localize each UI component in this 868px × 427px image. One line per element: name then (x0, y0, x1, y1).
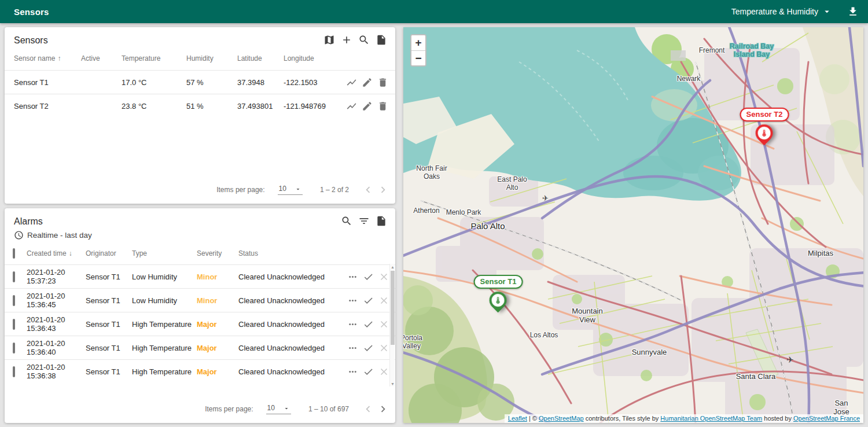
alarm-clear-button[interactable] (378, 271, 389, 282)
trash-icon (377, 101, 388, 112)
alarm-row[interactable]: 2021-01-20 15:37:23 Sensor T1 Low Humidi… (5, 264, 395, 288)
more-horiz-icon (347, 295, 358, 306)
page-range: 1 – 2 of 2 (320, 186, 349, 194)
delete-button[interactable] (377, 101, 388, 112)
alarm-clear-button[interactable] (378, 366, 389, 377)
alarm-clear-button[interactable] (378, 295, 389, 306)
leaflet-link[interactable]: Leaflet (508, 415, 527, 422)
sort-asc-icon: ↑ (57, 54, 61, 62)
alarm-row[interactable]: 2021-01-20 15:36:43 Sensor T1 High Tempe… (5, 312, 395, 336)
sensor-row-t2[interactable]: Sensor T2 23.8 °C 51 % 37.493801 -121.94… (5, 94, 395, 117)
row-checkbox[interactable] (13, 343, 15, 354)
map-view-button[interactable] (323, 34, 335, 46)
alarm-ack-button[interactable] (363, 343, 374, 354)
timeseries-button[interactable] (346, 77, 357, 88)
map-tiles (403, 27, 863, 423)
alarm-clear-button[interactable] (378, 343, 389, 354)
row-checkbox[interactable] (13, 319, 15, 330)
alarm-originator: Sensor T1 (86, 273, 132, 281)
chevron-left-icon (362, 183, 374, 196)
delete-button[interactable] (377, 77, 388, 88)
osm-link[interactable]: OpenStreetMap (539, 415, 584, 422)
alarm-clear-button[interactable] (378, 319, 389, 330)
scroll-up-icon[interactable]: ▲ (390, 264, 395, 270)
alarm-more-button[interactable] (347, 343, 358, 354)
alarm-ack-button[interactable] (363, 295, 374, 306)
next-page-button[interactable] (377, 183, 389, 196)
alarm-more-button[interactable] (347, 366, 358, 377)
map-panel[interactable]: Fremont Railroad Bay Island Bay Newark N… (403, 27, 863, 423)
alarm-row[interactable]: 2021-01-20 15:36:40 Sensor T1 High Tempe… (5, 336, 395, 359)
alarm-ack-button[interactable] (363, 319, 374, 330)
alarm-ack-button[interactable] (363, 366, 374, 377)
export-button[interactable] (376, 34, 387, 46)
col-originator[interactable]: Originator (86, 249, 132, 257)
next-page-button[interactable] (377, 403, 389, 415)
items-per-page-select[interactable]: 10 (266, 404, 291, 414)
close-icon (378, 271, 389, 282)
edit-button[interactable] (362, 101, 373, 112)
alarms-export-button[interactable] (376, 215, 387, 227)
check-icon (363, 366, 374, 377)
row-checkbox[interactable] (13, 366, 15, 377)
alarm-created: 2021-01-20 15:37:23 (27, 268, 86, 285)
alarm-more-button[interactable] (347, 271, 358, 282)
col-temperature[interactable]: Temperature (122, 54, 186, 62)
dashboard-state-select[interactable]: Temperature & Humidity (731, 6, 832, 17)
col-longitude[interactable]: Longitude (284, 54, 336, 62)
alarms-scrollbar[interactable]: ▲ ▼ (389, 264, 395, 386)
alarm-status: Cleared Unacknowledged (238, 344, 336, 352)
prev-page-button[interactable] (362, 403, 374, 415)
sensors-pagination: Items per page: 10 1 – 2 of 2 (5, 176, 395, 204)
row-checkbox[interactable] (13, 295, 15, 306)
prev-page-button[interactable] (362, 183, 374, 196)
map-marker-sensor-t1[interactable]: Sensor T1 (474, 275, 523, 309)
alarm-more-button[interactable] (347, 319, 358, 330)
download-dashboard-button[interactable] (847, 6, 859, 17)
timeseries-button[interactable] (346, 101, 357, 112)
add-entity-button[interactable] (341, 34, 352, 46)
marker-label: Sensor T2 (740, 108, 789, 122)
col-humidity[interactable]: Humidity (186, 54, 237, 62)
sensors-card: Sensors Sensor name↑ Active Temperature … (5, 27, 395, 204)
alarms-search-button[interactable] (341, 215, 352, 227)
hot-link[interactable]: Humanitarian OpenStreetMap Team (660, 415, 762, 422)
col-status[interactable]: Status (238, 249, 336, 257)
alarms-filter-button[interactable] (358, 215, 370, 227)
col-latitude[interactable]: Latitude (237, 54, 284, 62)
zoom-out-button[interactable]: − (411, 50, 425, 65)
row-checkbox[interactable] (13, 271, 15, 282)
alarm-row[interactable]: 2021-01-20 15:36:45 Sensor T1 Low Humidi… (5, 288, 395, 312)
zoom-in-button[interactable]: + (411, 35, 425, 50)
items-per-page-select[interactable]: 10 (278, 185, 303, 195)
chevron-left-icon (362, 403, 374, 415)
scrollbar-thumb[interactable] (391, 271, 395, 345)
col-sensor-name[interactable]: Sensor name↑ (14, 54, 81, 62)
alarm-status: Cleared Unacknowledged (238, 273, 336, 281)
alarm-type: Low Humidity (132, 273, 197, 281)
pencil-icon (362, 77, 373, 88)
state-select-label: Temperature & Humidity (731, 7, 818, 16)
sensors-table-header: Sensor name↑ Active Temperature Humidity… (5, 47, 395, 70)
chevron-right-icon (377, 403, 389, 415)
alarm-originator: Sensor T1 (86, 367, 132, 376)
trash-icon (377, 77, 388, 88)
search-button[interactable] (358, 34, 370, 46)
map-marker-sensor-t2[interactable]: Sensor T2 (740, 108, 789, 142)
alarm-more-button[interactable] (347, 295, 358, 306)
alarm-ack-button[interactable] (363, 271, 374, 282)
select-all-checkbox[interactable] (13, 248, 15, 259)
alarms-timewindow[interactable]: Realtime - last day (5, 227, 395, 240)
alarm-type: High Temperature (132, 367, 197, 376)
col-severity[interactable]: Severity (197, 249, 238, 257)
scroll-down-icon[interactable]: ▼ (390, 381, 395, 386)
osmfr-link[interactable]: OpenStreetMap France (793, 415, 860, 422)
sensor-row-t1[interactable]: Sensor T1 17.0 °C 57 % 37.3948 -122.1503 (5, 70, 395, 94)
chart-icon (346, 101, 357, 112)
alarm-row[interactable]: 2021-01-20 15:36:38 Sensor T1 High Tempe… (5, 359, 395, 383)
more-horiz-icon (347, 319, 358, 330)
edit-button[interactable] (362, 77, 373, 88)
col-active[interactable]: Active (81, 54, 122, 62)
col-created-time[interactable]: Created time↓ (27, 249, 86, 257)
col-type[interactable]: Type (132, 249, 197, 257)
